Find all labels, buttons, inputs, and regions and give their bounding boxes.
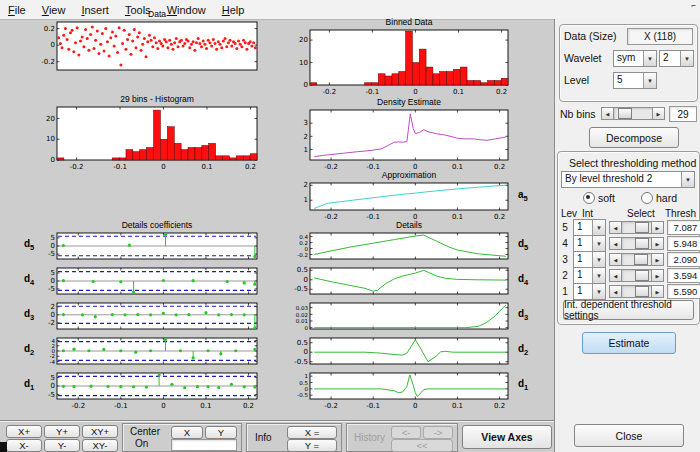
chart-c4[interactable]: 50-5 <box>30 265 261 298</box>
zoom-yplus-button[interactable]: Y+ <box>44 425 80 438</box>
svg-text:0: 0 <box>51 277 55 285</box>
zoom-xyminus-button[interactable]: XY- <box>82 439 118 452</box>
chevron-down-icon[interactable]: ▼ <box>592 268 605 283</box>
slider-groove[interactable] <box>622 237 651 250</box>
int-dropdown[interactable]: 1▼ <box>573 267 606 284</box>
slider-right-arrow-icon[interactable]: ▶ <box>651 253 664 266</box>
int-dropdown[interactable]: 1▼ <box>573 251 606 268</box>
center-x-button[interactable]: X <box>171 426 203 439</box>
info-y-field[interactable]: Y = <box>287 439 337 452</box>
slider-thumb[interactable] <box>635 270 649 281</box>
select-slider[interactable]: ◀▶ <box>609 221 664 234</box>
zoom-xyplus-button[interactable]: XY+ <box>82 425 118 438</box>
center-on-input[interactable] <box>171 439 237 451</box>
radio-selected-icon[interactable] <box>583 192 595 204</box>
history-next-button[interactable]: -> <box>423 426 453 439</box>
slider-left-arrow-icon[interactable]: ◀ <box>601 107 614 120</box>
int-dropdown[interactable]: 1▼ <box>573 219 606 236</box>
chart-d4r[interactable]: 0.50-0.5 <box>283 265 512 298</box>
slider-right-arrow-icon[interactable]: ▶ <box>651 285 664 298</box>
chart-d1r[interactable]: 10.50-0.5-0.2-0.100.10.2 <box>283 370 512 411</box>
chart-approx[interactable]: 12-0.2-0.100.10.2 <box>283 180 512 222</box>
level-dropdown[interactable]: 5 ▼ <box>613 72 657 89</box>
threshold-value[interactable]: 5.590 <box>667 284 700 299</box>
slider-groove[interactable] <box>622 221 651 234</box>
int-dropdown[interactable]: 1▼ <box>573 235 606 252</box>
slider-left-arrow-icon[interactable]: ◀ <box>609 269 622 282</box>
hard-radio[interactable]: hard <box>641 192 677 204</box>
select-slider[interactable]: ◀▶ <box>609 237 664 250</box>
chart-hist29[interactable]: 01020-0.2-0.100.10.2 <box>30 104 261 172</box>
soft-radio[interactable]: soft <box>583 192 615 204</box>
chart-binned[interactable]: 01020-0.2-0.100.10.2 <box>283 27 512 97</box>
chevron-down-icon[interactable]: ▼ <box>592 236 605 251</box>
view-axes-button[interactable]: View Axes <box>462 425 552 449</box>
chevron-down-icon[interactable]: ▼ <box>592 252 605 267</box>
radio-icon[interactable] <box>641 192 653 204</box>
slider-right-arrow-icon[interactable]: ▶ <box>651 237 664 250</box>
dock-arrow-icon[interactable]: ⌐ <box>691 1 696 10</box>
chevron-down-icon[interactable]: ▼ <box>680 51 693 66</box>
axis-label-d5: d5 <box>518 238 528 252</box>
int-dropdown[interactable]: 1▼ <box>573 283 606 300</box>
zoom-xplus-button[interactable]: X+ <box>6 425 42 438</box>
slider-thumb[interactable] <box>618 108 632 119</box>
slider-groove[interactable] <box>622 253 651 266</box>
slider-left-arrow-icon[interactable]: ◀ <box>609 253 622 266</box>
slider-groove[interactable] <box>622 269 651 282</box>
chart-data[interactable]: 0.20-0.2 <box>30 19 261 74</box>
wavelet-number-dropdown[interactable]: 2 ▼ <box>659 50 694 67</box>
slider-right-arrow-icon[interactable]: ▶ <box>651 269 664 282</box>
chart-c5[interactable]: 50-5 <box>30 230 261 263</box>
info-x-field[interactable]: X = <box>287 426 337 439</box>
close-button[interactable]: Close <box>574 424 684 447</box>
chart-c2[interactable]: 420-2-4 <box>30 335 261 368</box>
nb-bins-value[interactable]: 29 <box>669 106 697 122</box>
int-dependent-threshold-button[interactable]: Int. dependent threshold settings <box>563 300 694 320</box>
threshold-method-dropdown[interactable]: By level threshold 2 ▼ <box>561 171 695 188</box>
chevron-down-icon[interactable]: ▼ <box>592 220 605 235</box>
estimate-button[interactable]: Estimate <box>582 332 676 354</box>
chart-d5r[interactable]: 0.40.20-0.2 <box>283 230 512 263</box>
slider-groove[interactable] <box>614 107 652 120</box>
slider-left-arrow-icon[interactable]: ◀ <box>609 237 622 250</box>
svg-text:2: 2 <box>304 133 308 141</box>
decompose-button[interactable]: Decompose <box>589 127 679 148</box>
chart-d3r[interactable]: 0.030.020.010 <box>283 300 512 333</box>
chart-c1[interactable]: 50-5-0.2-0.100.10.2 <box>30 370 261 411</box>
select-slider[interactable]: ◀▶ <box>609 285 664 298</box>
select-slider[interactable]: ◀▶ <box>609 269 664 282</box>
chevron-down-icon[interactable]: ▼ <box>643 51 656 66</box>
chart-c3[interactable]: 20-2 <box>30 300 261 333</box>
slider-groove[interactable] <box>622 285 651 298</box>
chevron-down-icon[interactable]: ▼ <box>592 284 605 299</box>
slider-thumb[interactable] <box>635 238 649 249</box>
zoom-yminus-button[interactable]: Y- <box>44 439 80 452</box>
slider-thumb[interactable] <box>634 254 648 265</box>
threshold-value[interactable]: 3.594 <box>667 268 700 283</box>
chart-d2r[interactable]: 0.50-0.5 <box>283 335 512 368</box>
slider-left-arrow-icon[interactable]: ◀ <box>609 285 622 298</box>
chevron-down-icon[interactable]: ▼ <box>643 73 656 88</box>
threshold-value[interactable]: 7.087 <box>667 220 700 235</box>
chart-density[interactable]: 123-0.2-0.100.10.2 <box>283 107 512 172</box>
slider-thumb[interactable] <box>635 222 649 233</box>
slider-left-arrow-icon[interactable]: ◀ <box>609 221 622 234</box>
select-slider[interactable]: ◀▶ <box>609 253 664 266</box>
threshold-value[interactable]: 5.948 <box>667 236 700 251</box>
threshold-value[interactable]: 2.090 <box>667 252 700 267</box>
svg-text:0.1: 0.1 <box>200 402 211 410</box>
history-all-button[interactable]: << <box>391 439 453 452</box>
slider-thumb[interactable] <box>635 286 649 297</box>
slider-right-arrow-icon[interactable]: ▶ <box>652 107 665 120</box>
axis-label-a5: a5 <box>518 189 528 203</box>
slider-right-arrow-icon[interactable]: ▶ <box>651 221 664 234</box>
chevron-down-icon[interactable]: ▼ <box>681 172 694 187</box>
wavelet-family-dropdown[interactable]: sym ▼ <box>613 50 657 67</box>
svg-text:0.03: 0.03 <box>296 305 309 311</box>
svg-text:-0.2: -0.2 <box>71 402 85 410</box>
center-y-button[interactable]: Y <box>205 426 237 439</box>
nb-bins-slider[interactable]: ◀ ▶ <box>601 107 665 120</box>
history-prev-button[interactable]: <- <box>391 426 421 439</box>
zoom-xminus-button[interactable]: X- <box>6 439 42 452</box>
